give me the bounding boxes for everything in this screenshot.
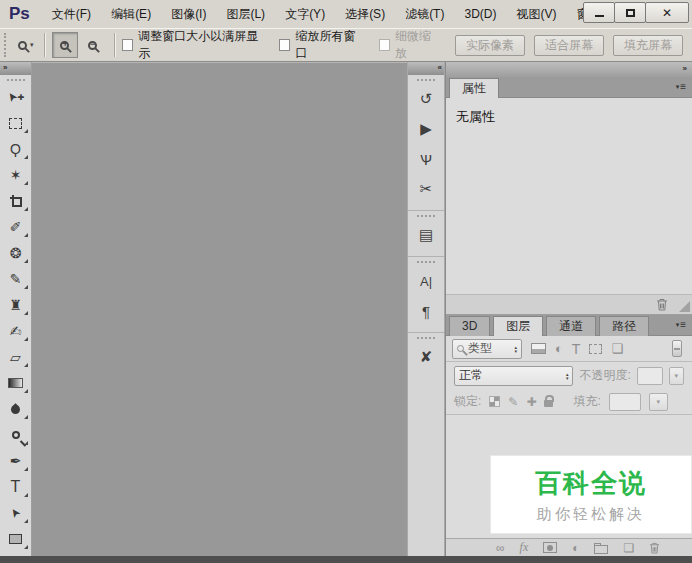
- rectangle-tool[interactable]: [0, 526, 31, 552]
- gradient-tool[interactable]: [0, 370, 31, 396]
- dock-grip[interactable]: [417, 337, 435, 341]
- tab-3d[interactable]: 3D: [449, 316, 490, 336]
- healing-brush-tool[interactable]: ❂: [0, 240, 31, 266]
- paragraph-panel-button[interactable]: ¶: [408, 296, 444, 326]
- right-panel-dock: » 属性 ▾ ≡ 无属性 3D 图层 通道 路径 ▾ ≡ 类型 ▴ ▾: [445, 62, 692, 556]
- dock-grip[interactable]: [417, 215, 435, 219]
- add-layer-mask-icon[interactable]: [543, 542, 557, 553]
- menu-edit[interactable]: 编辑(E): [101, 0, 161, 28]
- dock-grip[interactable]: [417, 261, 435, 265]
- eyedropper-tool[interactable]: ✐: [0, 214, 31, 240]
- marquee-tool[interactable]: [0, 110, 31, 136]
- tools-palette-grip[interactable]: [7, 79, 25, 83]
- tab-properties[interactable]: 属性: [449, 78, 499, 98]
- opacity-dropdown-button[interactable]: ▾: [669, 367, 684, 385]
- tab-channels[interactable]: 通道: [546, 316, 596, 336]
- menu-layer[interactable]: 图层(L): [216, 0, 275, 28]
- lasso-tool[interactable]: Ϙ: [0, 136, 31, 162]
- clone-source-panel-button[interactable]: ▤: [408, 220, 444, 250]
- fit-screen-button[interactable]: 适合屏幕: [534, 35, 604, 56]
- layers-list[interactable]: 百科全说 助你轻松解决: [446, 415, 692, 538]
- menu-type[interactable]: 文字(Y): [275, 0, 335, 28]
- resize-windows-checkbox[interactable]: [122, 39, 134, 51]
- panel-resize-grip[interactable]: [679, 301, 690, 312]
- tools-kit-panel-button[interactable]: ✘: [408, 342, 444, 372]
- eraser-tool[interactable]: ▱: [0, 344, 31, 370]
- close-button[interactable]: ✕: [645, 2, 689, 23]
- zoom-all-windows-checkbox[interactable]: [279, 39, 291, 51]
- opacity-input[interactable]: [637, 367, 663, 385]
- actions-panel-button[interactable]: ▶: [408, 114, 444, 144]
- flyout-indicator: [24, 155, 28, 159]
- dodge-tool[interactable]: [0, 422, 31, 448]
- new-layer-icon[interactable]: ❏: [623, 541, 634, 555]
- move-tool[interactable]: ➤ ✚: [0, 84, 31, 110]
- resize-windows-checkbox-group[interactable]: 调整窗口大小以满屏显示: [122, 28, 265, 62]
- layers-panel-menu[interactable]: ▾ ≡: [676, 319, 686, 330]
- menu-view[interactable]: 视图(V): [506, 0, 566, 28]
- options-bar-grip[interactable]: [4, 33, 8, 57]
- dock-group-1: ↺ ▶ Ѱ ✂: [408, 79, 444, 211]
- blend-mode-select[interactable]: 正常 ▴ ▾: [454, 366, 573, 386]
- crop-tool[interactable]: [0, 188, 31, 214]
- link-layers-icon[interactable]: ∞: [496, 541, 505, 555]
- trash-icon[interactable]: [656, 298, 668, 311]
- maximize-button[interactable]: [614, 2, 646, 23]
- current-tool-badge[interactable]: ▾: [14, 39, 38, 52]
- new-group-folder-icon[interactable]: [594, 545, 608, 554]
- path-selection-tool[interactable]: ➤: [0, 500, 31, 526]
- dock-grip[interactable]: [417, 79, 435, 83]
- tool-preset-dropdown-icon[interactable]: ▾: [30, 41, 34, 49]
- tool-presets-panel-button[interactable]: ✂: [408, 174, 444, 204]
- dock-header[interactable]: «: [408, 62, 444, 75]
- layer-style-fx-icon[interactable]: fx: [520, 540, 529, 555]
- fill-input[interactable]: [609, 393, 641, 411]
- adjustment-layer-icon[interactable]: ◐: [572, 541, 579, 555]
- filter-toggle-switch[interactable]: [672, 340, 682, 357]
- actual-pixels-button[interactable]: 实际像素: [455, 35, 525, 56]
- rectangle-tool-icon: [9, 534, 22, 544]
- filter-type-layers-icon[interactable]: T: [572, 341, 581, 357]
- zoom-all-windows-checkbox-group[interactable]: 缩放所有窗口: [279, 28, 365, 62]
- lock-all-icon[interactable]: [544, 400, 553, 407]
- filter-type-select[interactable]: 类型 ▴ ▾: [452, 339, 522, 359]
- spin-down-icon: ▾: [514, 349, 517, 353]
- zoom-in-button[interactable]: [52, 32, 77, 58]
- menu-select[interactable]: 选择(S): [335, 0, 395, 28]
- lock-position-icon[interactable]: ✚: [526, 395, 536, 409]
- zoom-out-button[interactable]: [80, 32, 105, 58]
- spin-down-icon: ▾: [566, 376, 569, 380]
- history-brush-tool[interactable]: ✍: [0, 318, 31, 344]
- flyout-indicator: [24, 389, 28, 393]
- menu-file[interactable]: 文件(F): [42, 0, 101, 28]
- tools-palette-header[interactable]: »: [0, 62, 31, 75]
- pen-tool[interactable]: ✒: [0, 448, 31, 474]
- type-tool[interactable]: T: [0, 474, 31, 500]
- menu-image[interactable]: 图像(I): [161, 0, 216, 28]
- history-panel-button[interactable]: ↺: [408, 84, 444, 114]
- filter-adjustment-layers-icon[interactable]: ◐: [555, 341, 563, 356]
- magic-wand-tool[interactable]: ✶: [0, 162, 31, 188]
- tab-paths[interactable]: 路径: [599, 316, 649, 336]
- clone-stamp-tool[interactable]: ♜: [0, 292, 31, 318]
- character-panel-button[interactable]: A|: [408, 266, 444, 296]
- brush-tool[interactable]: ✎: [0, 266, 31, 292]
- properties-panel-menu[interactable]: ▾ ≡: [676, 81, 686, 92]
- menu-3d[interactable]: 3D(D): [454, 0, 506, 28]
- minimize-button[interactable]: [583, 2, 615, 23]
- lasso-tool-icon: Ϙ: [10, 141, 21, 157]
- delete-layer-trash-icon[interactable]: [649, 542, 660, 554]
- fill-dropdown-button[interactable]: ▾: [649, 393, 668, 411]
- fill-screen-button[interactable]: 填充屏幕: [613, 35, 683, 56]
- brush-presets-panel-button[interactable]: Ѱ: [408, 144, 444, 174]
- document-canvas-area[interactable]: [32, 62, 407, 556]
- filter-pixel-layers-icon[interactable]: [531, 343, 546, 354]
- menu-filter[interactable]: 滤镜(T): [395, 0, 454, 28]
- panel-dock-header[interactable]: »: [446, 62, 692, 77]
- tab-layers[interactable]: 图层: [493, 316, 543, 336]
- lock-transparency-icon[interactable]: [489, 396, 500, 407]
- lock-paint-icon[interactable]: ✎: [508, 395, 518, 409]
- filter-shape-layers-icon[interactable]: [589, 344, 602, 354]
- blur-tool[interactable]: [0, 396, 31, 422]
- filter-smart-objects-icon[interactable]: ❏: [611, 341, 623, 356]
